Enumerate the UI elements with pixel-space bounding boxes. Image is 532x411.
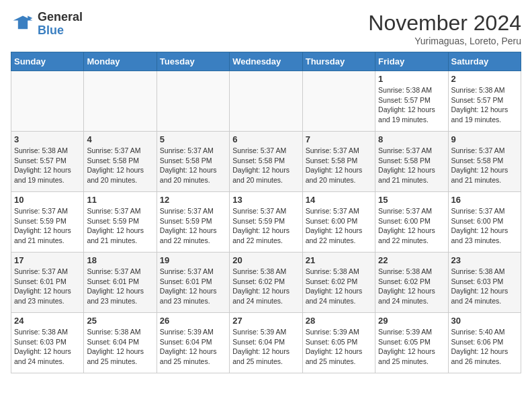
calendar-header-row: SundayMondayTuesdayWednesdayThursdayFrid…: [11, 52, 521, 71]
month-title: November 2024: [368, 11, 521, 36]
calendar-cell: 22Sunrise: 5:38 AM Sunset: 6:02 PM Dayli…: [375, 253, 448, 313]
calendar-cell: 11Sunrise: 5:37 AM Sunset: 5:59 PM Dayli…: [84, 192, 157, 253]
calendar-cell: 4Sunrise: 5:37 AM Sunset: 5:58 PM Daylig…: [84, 132, 157, 192]
calendar-cell: 18Sunrise: 5:37 AM Sunset: 6:01 PM Dayli…: [84, 253, 157, 313]
day-info: Sunrise: 5:37 AM Sunset: 5:58 PM Dayligh…: [232, 146, 299, 185]
calendar-cell: [11, 71, 84, 132]
calendar-cell: 30Sunrise: 5:40 AM Sunset: 6:06 PM Dayli…: [448, 313, 521, 373]
logo: General Blue: [11, 11, 83, 38]
calendar-cell: 29Sunrise: 5:39 AM Sunset: 6:05 PM Dayli…: [375, 313, 448, 373]
calendar-cell: 28Sunrise: 5:39 AM Sunset: 6:05 PM Dayli…: [302, 313, 375, 373]
calendar-cell: 24Sunrise: 5:38 AM Sunset: 6:03 PM Dayli…: [11, 313, 84, 373]
title-block: November 2024 Yurimaguas, Loreto, Peru: [368, 11, 521, 46]
day-number: 11: [87, 195, 153, 205]
day-info: Sunrise: 5:37 AM Sunset: 6:01 PM Dayligh…: [14, 267, 81, 306]
day-info: Sunrise: 5:40 AM Sunset: 6:06 PM Dayligh…: [451, 327, 518, 367]
day-info: Sunrise: 5:38 AM Sunset: 6:03 PM Dayligh…: [14, 327, 81, 367]
day-info: Sunrise: 5:37 AM Sunset: 6:00 PM Dayligh…: [451, 206, 518, 246]
day-number: 28: [306, 316, 372, 326]
day-number: 3: [14, 134, 81, 144]
day-header-tuesday: Tuesday: [157, 52, 229, 71]
day-number: 21: [306, 255, 372, 265]
calendar-cell: [157, 71, 229, 132]
day-info: Sunrise: 5:37 AM Sunset: 5:59 PM Dayligh…: [160, 206, 226, 246]
day-number: 2: [451, 74, 518, 84]
day-number: 18: [87, 255, 153, 265]
calendar-cell: 12Sunrise: 5:37 AM Sunset: 5:59 PM Dayli…: [157, 192, 229, 253]
day-info: Sunrise: 5:39 AM Sunset: 6:04 PM Dayligh…: [160, 327, 226, 367]
day-info: Sunrise: 5:38 AM Sunset: 6:02 PM Dayligh…: [232, 267, 299, 306]
calendar-cell: 13Sunrise: 5:37 AM Sunset: 5:59 PM Dayli…: [230, 192, 302, 253]
calendar-week-row: 3Sunrise: 5:38 AM Sunset: 5:57 PM Daylig…: [11, 132, 521, 192]
calendar-cell: 3Sunrise: 5:38 AM Sunset: 5:57 PM Daylig…: [11, 132, 84, 192]
day-info: Sunrise: 5:38 AM Sunset: 6:04 PM Dayligh…: [87, 327, 153, 367]
calendar-cell: 8Sunrise: 5:37 AM Sunset: 5:58 PM Daylig…: [375, 132, 448, 192]
calendar-week-row: 17Sunrise: 5:37 AM Sunset: 6:01 PM Dayli…: [11, 253, 521, 313]
calendar-cell: 23Sunrise: 5:38 AM Sunset: 6:03 PM Dayli…: [448, 253, 521, 313]
calendar-cell: 25Sunrise: 5:38 AM Sunset: 6:04 PM Dayli…: [84, 313, 157, 373]
day-info: Sunrise: 5:37 AM Sunset: 5:59 PM Dayligh…: [87, 206, 153, 246]
calendar-cell: 5Sunrise: 5:37 AM Sunset: 5:58 PM Daylig…: [157, 132, 229, 192]
calendar-cell: [230, 71, 302, 132]
calendar-cell: [302, 71, 375, 132]
calendar-cell: 27Sunrise: 5:39 AM Sunset: 6:04 PM Dayli…: [230, 313, 302, 373]
calendar-week-row: 1Sunrise: 5:38 AM Sunset: 5:57 PM Daylig…: [11, 71, 521, 132]
day-info: Sunrise: 5:37 AM Sunset: 5:58 PM Dayligh…: [378, 146, 445, 185]
day-number: 10: [14, 195, 81, 205]
day-header-sunday: Sunday: [11, 52, 84, 71]
day-info: Sunrise: 5:39 AM Sunset: 6:05 PM Dayligh…: [306, 327, 372, 367]
calendar-cell: 9Sunrise: 5:37 AM Sunset: 5:58 PM Daylig…: [448, 132, 521, 192]
day-number: 9: [451, 134, 518, 144]
day-info: Sunrise: 5:37 AM Sunset: 5:59 PM Dayligh…: [232, 206, 299, 246]
day-header-wednesday: Wednesday: [230, 52, 302, 71]
calendar-cell: 1Sunrise: 5:38 AM Sunset: 5:57 PM Daylig…: [375, 71, 448, 132]
day-info: Sunrise: 5:37 AM Sunset: 6:00 PM Dayligh…: [378, 206, 445, 246]
day-number: 23: [451, 255, 518, 265]
calendar-cell: 7Sunrise: 5:37 AM Sunset: 5:58 PM Daylig…: [302, 132, 375, 192]
calendar-cell: [84, 71, 157, 132]
day-number: 15: [378, 195, 445, 205]
day-header-saturday: Saturday: [448, 52, 521, 71]
calendar-cell: 26Sunrise: 5:39 AM Sunset: 6:04 PM Dayli…: [157, 313, 229, 373]
day-number: 13: [232, 195, 299, 205]
day-number: 7: [306, 134, 372, 144]
day-header-monday: Monday: [84, 52, 157, 71]
day-header-friday: Friday: [375, 52, 448, 71]
day-info: Sunrise: 5:37 AM Sunset: 5:58 PM Dayligh…: [87, 146, 153, 185]
day-number: 8: [378, 134, 445, 144]
day-info: Sunrise: 5:39 AM Sunset: 6:05 PM Dayligh…: [378, 327, 445, 367]
calendar-cell: 20Sunrise: 5:38 AM Sunset: 6:02 PM Dayli…: [230, 253, 302, 313]
day-info: Sunrise: 5:39 AM Sunset: 6:04 PM Dayligh…: [232, 327, 299, 367]
day-number: 27: [232, 316, 299, 326]
day-info: Sunrise: 5:38 AM Sunset: 6:03 PM Dayligh…: [451, 267, 518, 306]
day-info: Sunrise: 5:38 AM Sunset: 6:02 PM Dayligh…: [378, 267, 445, 306]
page-header: General Blue November 2024 Yurimaguas, L…: [11, 11, 521, 46]
day-number: 20: [232, 255, 299, 265]
day-info: Sunrise: 5:37 AM Sunset: 6:01 PM Dayligh…: [87, 267, 153, 306]
calendar-cell: 21Sunrise: 5:38 AM Sunset: 6:02 PM Dayli…: [302, 253, 375, 313]
location: Yurimaguas, Loreto, Peru: [368, 36, 521, 46]
calendar-cell: 19Sunrise: 5:37 AM Sunset: 6:01 PM Dayli…: [157, 253, 229, 313]
day-header-thursday: Thursday: [302, 52, 375, 71]
day-info: Sunrise: 5:38 AM Sunset: 5:57 PM Dayligh…: [14, 146, 81, 185]
calendar-cell: 15Sunrise: 5:37 AM Sunset: 6:00 PM Dayli…: [375, 192, 448, 253]
day-number: 14: [306, 195, 372, 205]
calendar-cell: 17Sunrise: 5:37 AM Sunset: 6:01 PM Dayli…: [11, 253, 84, 313]
day-info: Sunrise: 5:38 AM Sunset: 6:02 PM Dayligh…: [306, 267, 372, 306]
day-number: 26: [160, 316, 226, 326]
calendar-week-row: 24Sunrise: 5:38 AM Sunset: 6:03 PM Dayli…: [11, 313, 521, 373]
day-info: Sunrise: 5:38 AM Sunset: 5:57 PM Dayligh…: [378, 85, 445, 125]
logo-icon: [11, 12, 35, 36]
day-info: Sunrise: 5:37 AM Sunset: 5:58 PM Dayligh…: [160, 146, 226, 185]
day-info: Sunrise: 5:37 AM Sunset: 6:01 PM Dayligh…: [160, 267, 226, 306]
day-number: 17: [14, 255, 81, 265]
day-info: Sunrise: 5:37 AM Sunset: 6:00 PM Dayligh…: [306, 206, 372, 246]
day-number: 29: [378, 316, 445, 326]
calendar-cell: 14Sunrise: 5:37 AM Sunset: 6:00 PM Dayli…: [302, 192, 375, 253]
day-number: 22: [378, 255, 445, 265]
day-number: 16: [451, 195, 518, 205]
day-number: 4: [87, 134, 153, 144]
calendar-cell: 16Sunrise: 5:37 AM Sunset: 6:00 PM Dayli…: [448, 192, 521, 253]
calendar-week-row: 10Sunrise: 5:37 AM Sunset: 5:59 PM Dayli…: [11, 192, 521, 253]
logo-text: General Blue: [38, 11, 83, 38]
